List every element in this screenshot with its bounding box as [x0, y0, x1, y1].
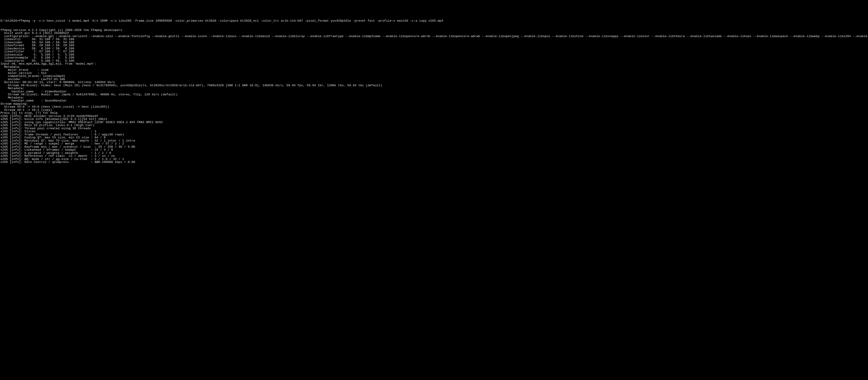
output-line: x265 [info]: References / ref-limit cu /… — [0, 154, 868, 158]
output-line: ffmpeg version 4.2.3 Copyright (c) 2000-… — [0, 29, 868, 32]
output-line: x265 [info]: Rate Control / qCompress : … — [0, 161, 868, 164]
output-line: libavfilter 7. 57.100 / 7. 57.100 — [0, 50, 868, 53]
output-line: Metadata: — [0, 96, 868, 99]
output-line: encoder : Lavf57.83.100 — [0, 78, 868, 81]
output-line: x265 [info]: HEVC encoder version 3.3+29… — [0, 115, 868, 118]
output-line: Metadata: — [0, 87, 868, 90]
output-line: x265 [info]: Main 10 profile, Level-6.1 … — [0, 124, 868, 127]
output-line: Duration: 00:01:58.14, start: 0.000000, … — [0, 81, 868, 84]
output-line: x265 [info]: frame threads / pool featur… — [0, 133, 868, 136]
output-line: Stream #0:0 -> #0:0 (hevc (hevc_cuvid) -… — [0, 105, 868, 108]
entered-command: ffmpeg -y -c:v hevc_cuvid -i model.mp4 -… — [19, 19, 443, 23]
output-line: Stream #0:1 -> #0:1 (copy) — [0, 108, 868, 112]
output-line: x265 [info]: ME / range / subpel / merge… — [0, 142, 868, 145]
output-line: Stream #0:0(und): Video: hevc (Main 10) … — [0, 84, 868, 87]
output-line: x265 [info]: build info [Windows][GCC 9.… — [0, 118, 868, 121]
output-line: libswscale 5. 5.100 / 5. 5.100 — [0, 53, 868, 57]
output-line: Press [q] to stop, [?] for help — [0, 111, 868, 115]
output-line: x265 [info]: Coding QT: max CU size, min… — [0, 136, 868, 139]
output-lines-container: ffmpeg version 4.2.3 Copyright (c) 2000-… — [0, 29, 868, 164]
output-line: libavutil 56. 31.100 / 56. 31.100 — [0, 38, 868, 41]
terminal-output[interactable]: D:\bt2020>ffmpeg -y -c:v hevc_cuvid -i m… — [0, 12, 868, 168]
output-line: Input #0, mov,mp4,m4a,3gp,3g2,mj2, from … — [0, 62, 868, 66]
output-line: compatible_brands: isomiso2mp41 — [0, 75, 868, 78]
output-line: built with gcc 9.3.1 (GCC) 20200523 — [0, 32, 868, 35]
output-line: Stream mapping: — [0, 102, 868, 106]
output-line: x265 [info]: Residual QT: max TU size, m… — [0, 139, 868, 142]
output-line: libavformat 58. 29.100 / 58. 29.100 — [0, 44, 868, 47]
output-line: libpostproc 55. 5.100 / 55. 5.100 — [0, 59, 868, 63]
output-line: x265 [info]: Thread pool created using 3… — [0, 127, 868, 130]
output-line: Metadata: — [0, 66, 868, 69]
output-line: Stream #0:1(und): Audio: aac (mp4a / 0x6… — [0, 93, 868, 96]
output-line: minor_version : 512 — [0, 72, 868, 75]
output-line: x265 [info]: Slices : 1 — [0, 130, 868, 133]
output-line: x265 [info]: b-pyramid / weightp / weigh… — [0, 151, 868, 155]
output-line: libavdevice 58. 8.100 / 58. 8.100 — [0, 47, 868, 50]
output-line: x265 [info]: AQ: mode / str / qg-size / … — [0, 158, 868, 161]
output-line: libavcodec 58. 54.100 / 58. 54.100 — [0, 41, 868, 44]
prompt-line: D:\bt2020>ffmpeg -y -c:v hevc_cuvid -i m… — [0, 19, 868, 23]
output-line: libswresample 3. 5.100 / 3. 5.100 — [0, 56, 868, 59]
output-line: x265 [info]: using cpu capabilities: MMX… — [0, 121, 868, 124]
output-line: x265 [info]: Keyframe min / max / scenec… — [0, 145, 868, 148]
output-line: handler_name : SoundHandler — [0, 99, 868, 102]
output-line: handler_name : VideoHandler — [0, 90, 868, 93]
shell-prompt: D:\bt2020> — [0, 19, 19, 23]
output-line: major_brand : isom — [0, 68, 868, 72]
output-line: configuration: --enable-gpl --enable-ver… — [0, 35, 868, 38]
output-line: x265 [info]: Lookahead / bframes / badap… — [0, 148, 868, 151]
